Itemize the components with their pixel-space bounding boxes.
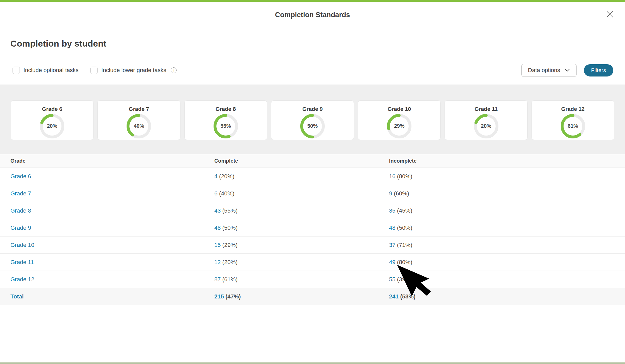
completion-gauge: 50% xyxy=(299,113,326,139)
grade-link[interactable]: Grade 9 xyxy=(10,225,31,231)
completion-gauge: 20% xyxy=(39,113,65,139)
total-incomplete-count-link[interactable]: 241 xyxy=(389,293,399,300)
incomplete-count-link[interactable]: 48 xyxy=(389,225,395,231)
grade-card: Grade 1029% xyxy=(358,100,441,140)
total-complete-count-link[interactable]: 215 xyxy=(214,293,224,300)
table-row: Grade 948 (50%)48 (50%) xyxy=(0,219,625,237)
table-row: Grade 843 (55%)35 (45%) xyxy=(0,202,625,219)
data-options-button[interactable]: Data options xyxy=(521,64,577,77)
grade-card-title: Grade 6 xyxy=(42,106,62,112)
grade-card: Grade 740% xyxy=(97,100,180,140)
controls-row: Include optional tasks Include lower gra… xyxy=(0,64,625,77)
grade-link[interactable]: Grade 8 xyxy=(10,207,31,214)
completion-gauge: 55% xyxy=(213,113,239,139)
complete-count-link[interactable]: 6 xyxy=(214,190,217,197)
complete-count-link[interactable]: 4 xyxy=(214,173,217,180)
incomplete-count-link[interactable]: 37 xyxy=(389,242,395,248)
complete-percent: (20%) xyxy=(221,259,238,265)
complete-count-link[interactable]: 12 xyxy=(214,259,221,265)
gauge-percent-label: 61% xyxy=(560,113,586,139)
completion-standards-modal: Completion Standards Completion by stude… xyxy=(0,0,625,364)
completion-gauge: 20% xyxy=(473,113,499,139)
total-incomplete-percent: (53%) xyxy=(400,293,416,300)
complete-count-link[interactable]: 48 xyxy=(214,225,221,231)
grade-card-title: Grade 9 xyxy=(302,106,323,112)
total-label: Total xyxy=(10,293,24,300)
complete-percent: (29%) xyxy=(221,242,238,248)
grade-card: Grade 855% xyxy=(184,100,267,140)
include-optional-tasks-label: Include optional tasks xyxy=(23,67,79,74)
include-lower-grade-tasks-label: Include lower grade tasks xyxy=(101,67,166,74)
grade-link[interactable]: Grade 6 xyxy=(10,173,31,180)
grade-gauge-cards: Grade 620%Grade 740%Grade 855%Grade 950%… xyxy=(0,85,625,155)
complete-percent: (55%) xyxy=(221,207,238,214)
grade-link[interactable]: Grade 11 xyxy=(10,259,34,265)
chevron-down-icon xyxy=(564,68,570,72)
grade-card-title: Grade 7 xyxy=(129,106,149,112)
page-title: Completion by student xyxy=(10,39,106,49)
incomplete-percent: (80%) xyxy=(395,173,412,180)
complete-count-link[interactable]: 87 xyxy=(214,276,221,283)
completion-gauge: 40% xyxy=(126,113,152,139)
total-row: Total 215 (47%) 241 (53%) xyxy=(0,288,625,305)
right-controls: Data options Filters xyxy=(521,64,613,77)
complete-percent: (40%) xyxy=(217,190,234,197)
gauge-percent-label: 20% xyxy=(473,113,499,139)
include-lower-grade-tasks-checkbox[interactable] xyxy=(90,67,98,74)
incomplete-percent: (45%) xyxy=(395,207,412,214)
gauge-percent-label: 55% xyxy=(213,113,239,139)
gauge-percent-label: 40% xyxy=(126,113,152,139)
include-lower-grade-tasks-group: Include lower grade tasks i xyxy=(90,64,177,77)
brand-top-bar xyxy=(0,0,625,2)
grade-card: Grade 620% xyxy=(11,100,93,140)
incomplete-count-link[interactable]: 49 xyxy=(389,259,395,265)
gauge-percent-label: 29% xyxy=(386,113,412,139)
include-optional-tasks-group: Include optional tasks xyxy=(12,64,79,77)
close-button[interactable] xyxy=(605,9,615,20)
complete-percent: (61%) xyxy=(221,276,238,283)
filters-button[interactable]: Filters xyxy=(584,64,613,76)
complete-percent: (20%) xyxy=(217,173,234,180)
table-row: Grade 1015 (29%)37 (71%) xyxy=(0,237,625,254)
completion-table: Grade Complete Incomplete Grade 64 (20%)… xyxy=(0,154,625,305)
total-complete-percent: (47%) xyxy=(226,293,241,300)
close-icon xyxy=(606,11,614,18)
grade-link[interactable]: Grade 10 xyxy=(10,242,34,248)
grade-card: Grade 950% xyxy=(271,100,354,140)
completion-gauge: 61% xyxy=(560,113,586,139)
grade-card-title: Grade 8 xyxy=(216,106,236,112)
grade-link[interactable]: Grade 7 xyxy=(10,190,31,197)
grade-card: Grade 1120% xyxy=(445,100,527,140)
incomplete-count-link[interactable]: 9 xyxy=(389,190,392,197)
complete-count-link[interactable]: 15 xyxy=(214,242,221,248)
grade-card: Grade 1261% xyxy=(532,100,614,140)
incomplete-count-link[interactable]: 55 xyxy=(389,276,395,283)
table-body: Grade 64 (20%)16 (80%)Grade 76 (40%)9 (6… xyxy=(0,168,625,288)
grade-card-title: Grade 11 xyxy=(474,106,498,112)
table-header-row: Grade Complete Incomplete xyxy=(0,154,625,168)
table-row: Grade 1112 (20%)49 (80%) xyxy=(0,254,625,271)
table-row: Grade 1287 (61%)55 (39%) xyxy=(0,271,625,288)
grade-card-title: Grade 12 xyxy=(561,106,585,112)
include-optional-tasks-checkbox[interactable] xyxy=(12,67,20,74)
info-icon[interactable]: i xyxy=(171,67,177,73)
column-header-incomplete: Incomplete xyxy=(379,158,625,164)
column-header-complete: Complete xyxy=(204,158,379,164)
incomplete-count-link[interactable]: 16 xyxy=(389,173,395,180)
grade-card-title: Grade 10 xyxy=(388,106,411,112)
incomplete-percent: (50%) xyxy=(395,225,412,231)
incomplete-percent: (71%) xyxy=(395,242,412,248)
complete-percent: (50%) xyxy=(221,225,238,231)
incomplete-count-link[interactable]: 35 xyxy=(389,207,395,214)
table-row: Grade 64 (20%)16 (80%) xyxy=(0,168,625,185)
modal-header: Completion Standards xyxy=(0,2,625,28)
modal-title: Completion Standards xyxy=(275,11,350,19)
completion-gauge: 29% xyxy=(386,113,412,139)
bottom-page-strip xyxy=(0,362,625,364)
incomplete-percent: (39%) xyxy=(395,276,412,283)
complete-count-link[interactable]: 43 xyxy=(214,207,221,214)
column-header-grade: Grade xyxy=(0,158,204,164)
data-options-label: Data options xyxy=(528,67,560,74)
gauge-percent-label: 20% xyxy=(39,113,65,139)
grade-link[interactable]: Grade 12 xyxy=(10,276,34,283)
